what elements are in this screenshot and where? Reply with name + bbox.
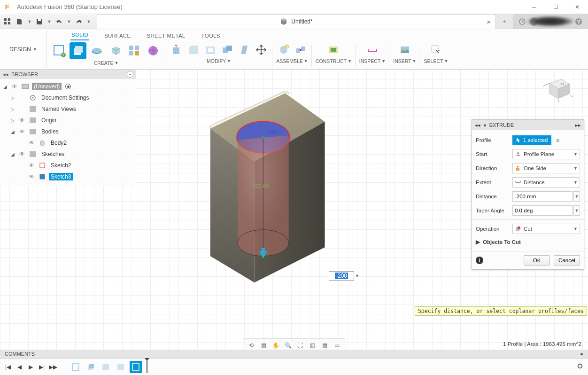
joint-button[interactable] bbox=[293, 42, 308, 57]
orbit-button[interactable]: ⟲ bbox=[246, 340, 256, 351]
info-button[interactable]: i bbox=[476, 257, 483, 264]
pan-button[interactable]: ✋ bbox=[271, 340, 281, 351]
profile-selection-chip[interactable]: 1 selected bbox=[512, 135, 551, 145]
grid-settings-button[interactable]: ▦ bbox=[319, 340, 330, 351]
direction-select[interactable]: One Side▼ bbox=[512, 163, 580, 173]
feature-fillet2[interactable] bbox=[115, 361, 127, 373]
redo-button[interactable] bbox=[73, 16, 85, 27]
draft-button[interactable] bbox=[237, 42, 252, 57]
window-close-button[interactable]: ✕ bbox=[566, 0, 588, 14]
construct-plane-button[interactable] bbox=[326, 42, 341, 57]
measure-button[interactable] bbox=[365, 42, 380, 57]
window-maximize-button[interactable]: ☐ bbox=[545, 0, 566, 14]
panel-collapse-left[interactable]: ◂◂ bbox=[475, 122, 480, 128]
new-tab-button[interactable]: ＋ bbox=[496, 14, 513, 29]
timeline-end-button[interactable]: ▶▶ bbox=[49, 363, 57, 371]
direction-label: Direction bbox=[476, 165, 510, 171]
tree-doc-settings[interactable]: ▷Document Settings bbox=[0, 92, 136, 103]
timeline-start-button[interactable]: |◀ bbox=[4, 363, 12, 371]
operation-select[interactable]: Cut▼ bbox=[512, 224, 580, 234]
svg-rect-30 bbox=[331, 48, 336, 52]
svg-rect-26 bbox=[296, 48, 300, 53]
taper-input[interactable] bbox=[512, 205, 573, 216]
browser-pin-button[interactable]: • bbox=[127, 71, 133, 78]
svg-rect-23 bbox=[226, 46, 232, 51]
box-button[interactable] bbox=[107, 42, 124, 59]
feature-extrude1[interactable] bbox=[85, 361, 97, 373]
distance-caret[interactable]: ▼ bbox=[573, 191, 580, 202]
tree-bodies[interactable]: ◢👁Bodies bbox=[0, 126, 136, 137]
panel-expand-right[interactable]: ▸▸ bbox=[575, 122, 581, 128]
profile-clear-button[interactable]: × bbox=[556, 137, 560, 144]
comments-bar[interactable]: COMMENTS ● bbox=[0, 350, 588, 358]
data-panel-button[interactable] bbox=[2, 16, 13, 27]
revolve-button[interactable] bbox=[88, 42, 105, 59]
save-menu-caret[interactable]: ▼ bbox=[46, 16, 53, 27]
taper-caret[interactable]: ▼ bbox=[573, 205, 580, 216]
tree-sketch3[interactable]: 👁Sketch3 bbox=[0, 171, 136, 182]
press-pull-button[interactable] bbox=[169, 42, 184, 57]
help-icon[interactable]: ? bbox=[575, 18, 582, 25]
timeline-prev-button[interactable]: ◀ bbox=[15, 363, 23, 371]
workspace-switcher[interactable]: DESIGN▼ bbox=[0, 29, 47, 70]
combine-button[interactable] bbox=[220, 42, 235, 57]
shell-button[interactable] bbox=[203, 42, 218, 57]
pattern-button[interactable] bbox=[126, 42, 143, 59]
select-button[interactable] bbox=[428, 42, 443, 57]
ok-button[interactable]: OK bbox=[524, 255, 550, 266]
timeline-next-button[interactable]: ▶| bbox=[38, 363, 46, 371]
svg-rect-17 bbox=[135, 51, 139, 55]
view-cube[interactable]: TOP bbox=[541, 75, 574, 103]
extrude-button[interactable] bbox=[70, 42, 86, 59]
browser-collapse-left[interactable]: ◂◂ bbox=[3, 71, 8, 78]
file-menu-caret[interactable]: ▼ bbox=[26, 16, 33, 27]
redo-menu-caret[interactable]: ▼ bbox=[85, 16, 92, 27]
extent-select[interactable]: Distance▼ bbox=[512, 177, 580, 188]
new-sketch-button[interactable]: + bbox=[51, 42, 68, 59]
viewport-layout-button[interactable]: ▭ bbox=[332, 340, 342, 351]
save-button[interactable] bbox=[34, 16, 45, 27]
tab-tools[interactable]: TOOLS bbox=[201, 31, 221, 40]
feature-sketch-current[interactable] bbox=[130, 361, 142, 373]
distance-input[interactable] bbox=[512, 191, 573, 202]
group-select-label: SELECT bbox=[424, 58, 443, 64]
user-area[interactable]: ? bbox=[513, 14, 588, 29]
fillet-button[interactable] bbox=[186, 42, 201, 57]
cancel-button[interactable]: Cancel bbox=[554, 255, 580, 266]
tree-sketch2[interactable]: 👁Sketch2 bbox=[0, 160, 136, 171]
fit-button[interactable]: ⛶ bbox=[295, 340, 305, 351]
svg-text:Ø80.00: Ø80.00 bbox=[268, 129, 284, 134]
feature-fillet1[interactable] bbox=[100, 361, 112, 373]
inplace-caret[interactable]: ▼ bbox=[355, 273, 359, 278]
tab-surface[interactable]: SURFACE bbox=[103, 31, 132, 40]
extent-label: Extent bbox=[476, 180, 510, 185]
insert-button[interactable] bbox=[397, 42, 412, 57]
look-at-button[interactable]: ▦ bbox=[258, 340, 269, 351]
new-component-button[interactable]: ★ bbox=[276, 42, 291, 57]
tab-solid[interactable]: SOLID bbox=[70, 30, 89, 40]
timeline-play-button[interactable]: ▶ bbox=[26, 363, 35, 371]
start-select[interactable]: Profile Plane▼ bbox=[512, 149, 580, 159]
display-settings-button[interactable]: ▥ bbox=[307, 340, 317, 351]
comments-pin[interactable]: ● bbox=[580, 351, 583, 357]
undo-button[interactable] bbox=[54, 16, 65, 27]
move-button[interactable] bbox=[254, 42, 269, 57]
window-minimize-button[interactable]: ─ bbox=[523, 0, 545, 14]
tree-named-views[interactable]: ▷Named Views bbox=[0, 103, 136, 115]
undo-menu-caret[interactable]: ▼ bbox=[66, 16, 72, 27]
tree-origin[interactable]: ▷👁Origin bbox=[0, 115, 136, 126]
timeline-settings-button[interactable] bbox=[576, 362, 584, 372]
svg-rect-38 bbox=[262, 248, 265, 252]
file-menu-button[interactable] bbox=[14, 16, 25, 27]
tab-sheet-metal[interactable]: SHEET METAL bbox=[146, 31, 186, 40]
create-form-button[interactable] bbox=[145, 42, 162, 59]
tree-body2[interactable]: 👁Body2 bbox=[0, 137, 136, 148]
document-tab[interactable]: Untitled* × bbox=[97, 14, 496, 29]
tree-sketches[interactable]: ◢👁Sketches bbox=[0, 148, 136, 160]
tree-root[interactable]: ◢👁 (Unsaved) bbox=[0, 81, 136, 92]
feature-sketch1[interactable] bbox=[70, 361, 82, 373]
zoom-button[interactable]: 🔍 bbox=[283, 340, 293, 351]
tab-close-button[interactable]: × bbox=[487, 18, 491, 26]
objects-to-cut-toggle[interactable]: ▶Objects To Cut bbox=[476, 236, 580, 248]
inplace-distance-input[interactable]: -200 ▼ bbox=[329, 271, 359, 281]
